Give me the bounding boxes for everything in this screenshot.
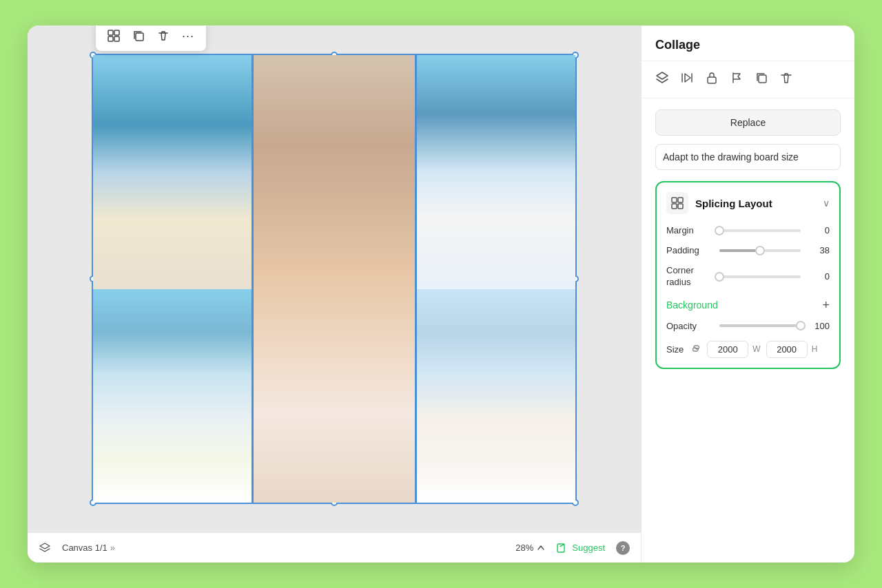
background-label: Background xyxy=(666,300,718,311)
suggest-label: Suggest xyxy=(572,543,605,553)
panel-animation-icon[interactable] xyxy=(680,71,694,88)
background-add-button[interactable]: + xyxy=(822,298,830,313)
corner-radius-value: 0 xyxy=(809,271,830,282)
app-container: ··· xyxy=(28,25,854,563)
panel-lock-icon[interactable] xyxy=(705,71,719,88)
size-label: Size xyxy=(666,344,684,355)
svg-rect-0 xyxy=(108,30,113,35)
margin-slider[interactable] xyxy=(719,229,801,232)
svg-rect-1 xyxy=(114,30,119,35)
svg-rect-3 xyxy=(114,36,119,41)
size-width-group: W xyxy=(707,341,760,358)
canvas-workspace: ··· xyxy=(28,25,641,532)
layers-icon xyxy=(39,542,51,554)
size-h-unit: H xyxy=(812,344,818,354)
padding-value: 38 xyxy=(809,245,830,255)
help-button[interactable]: ? xyxy=(616,541,630,555)
photo-cell-top-left[interactable] xyxy=(93,55,252,289)
panel-header: Collage xyxy=(642,25,854,61)
corner-radius-slider[interactable] xyxy=(719,275,801,278)
svg-rect-7 xyxy=(759,75,766,83)
panel-delete-icon[interactable] xyxy=(779,71,793,88)
panel-body: Replace Adapt to the drawing board size xyxy=(642,98,854,563)
size-row: Size W H xyxy=(666,341,830,358)
svg-rect-8 xyxy=(672,198,677,202)
svg-rect-11 xyxy=(678,204,683,209)
opacity-row: Opacity 100 xyxy=(666,321,830,331)
zoom-section[interactable]: 28% xyxy=(515,543,546,553)
splicing-title-group: Splicing Layout xyxy=(666,192,772,214)
opacity-value: 100 xyxy=(809,321,830,331)
size-link-icon[interactable] xyxy=(692,344,701,355)
suggest-section[interactable]: Suggest xyxy=(557,543,605,554)
corner-radius-row: Corner radius 0 xyxy=(666,265,830,288)
photo-cell-bottom-right[interactable] xyxy=(417,289,575,503)
svg-rect-9 xyxy=(678,198,683,202)
size-height-group: H xyxy=(766,341,818,358)
padding-row: Padding 38 xyxy=(666,245,830,255)
splicing-title: Splicing Layout xyxy=(695,198,772,209)
zoom-toggle-icon xyxy=(536,543,546,553)
splicing-icon xyxy=(666,192,688,214)
photo-cell-top-right[interactable] xyxy=(417,55,575,289)
margin-label: Margin xyxy=(666,225,711,235)
canvas-bottom-bar: Canvas 1/1 » 28% Suggest ? xyxy=(28,532,641,563)
size-w-unit: W xyxy=(752,344,760,354)
panel-title: Collage xyxy=(655,38,700,52)
svg-rect-10 xyxy=(672,204,677,209)
panel-flag-icon[interactable] xyxy=(730,71,743,88)
opacity-label: Opacity xyxy=(666,321,711,331)
replace-button[interactable]: Replace xyxy=(655,109,841,136)
margin-value: 0 xyxy=(809,225,830,235)
panel-icons-row xyxy=(642,61,854,98)
panel-duplicate-icon[interactable] xyxy=(755,71,768,88)
corner-radius-label: Corner radius xyxy=(666,265,711,288)
photo-cell-bottom-left[interactable] xyxy=(93,289,252,503)
layers-section[interactable] xyxy=(39,542,51,554)
panel-layers-icon[interactable] xyxy=(655,71,669,88)
canvas-label-section: Canvas 1/1 » xyxy=(62,543,115,553)
collage-wrapper[interactable]: ··· xyxy=(92,54,577,504)
canvas-area: ··· xyxy=(28,25,641,563)
margin-row: Margin 0 xyxy=(666,225,830,235)
padding-label: Padding xyxy=(666,245,711,255)
background-header: Background + xyxy=(666,298,830,313)
splicing-layout-section: Splicing Layout ∨ Margin 0 Padding xyxy=(655,181,841,369)
background-section: Background + Opacity 100 Siz xyxy=(666,298,830,358)
collage-toolbar: ··· xyxy=(96,25,206,51)
size-height-input[interactable] xyxy=(766,341,808,358)
photo-cell-center[interactable] xyxy=(252,55,417,503)
canvas-label: Canvas 1/1 xyxy=(62,543,107,553)
copy-button[interactable] xyxy=(127,25,150,47)
splicing-header: Splicing Layout ∨ xyxy=(666,192,830,214)
adapt-button[interactable]: Adapt to the drawing board size xyxy=(655,144,841,170)
opacity-slider[interactable] xyxy=(719,324,801,327)
photo-grid xyxy=(93,55,575,503)
canvas-chevron: » xyxy=(110,543,115,553)
padding-slider[interactable] xyxy=(719,249,801,252)
suggest-icon xyxy=(557,543,568,554)
size-width-input[interactable] xyxy=(707,341,748,358)
grid-layout-button[interactable] xyxy=(103,25,125,47)
delete-button[interactable] xyxy=(152,25,174,47)
svg-rect-2 xyxy=(108,36,113,41)
svg-rect-4 xyxy=(136,33,143,41)
zoom-value: 28% xyxy=(515,543,533,553)
svg-rect-6 xyxy=(708,77,716,83)
splicing-chevron-icon[interactable]: ∨ xyxy=(823,198,830,209)
more-options-button[interactable]: ··· xyxy=(177,25,199,47)
right-panel: Collage xyxy=(641,25,854,563)
